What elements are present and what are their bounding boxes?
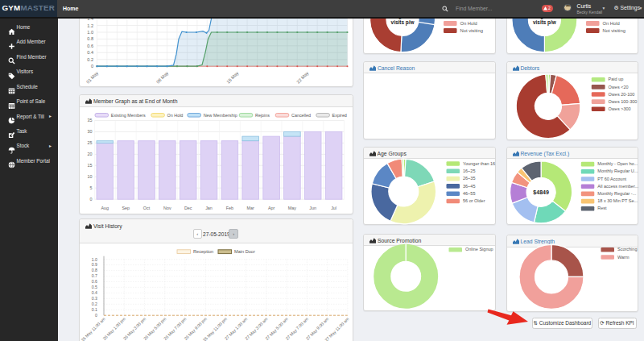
svg-text:On Hold: On Hold (167, 113, 184, 118)
svg-text:Sep: Sep (122, 206, 130, 210)
svg-text:visits p/w: visits p/w (391, 19, 415, 26)
svg-text:On Hold: On Hold (603, 21, 620, 26)
svg-text:22 May: 22 May (295, 70, 309, 84)
svg-text:Owes <20: Owes <20 (609, 85, 629, 89)
svg-text:0: 0 (95, 313, 97, 318)
svg-text:Not visiting: Not visiting (460, 28, 483, 33)
svg-text:$4849: $4849 (533, 189, 549, 196)
svg-text:New Membership: New Membership (204, 113, 237, 118)
svg-text:36~45: 36~45 (463, 184, 475, 189)
svg-text:16~25: 16~25 (463, 168, 475, 173)
svg-text:0.9: 0.9 (92, 262, 97, 267)
svg-text:May: May (288, 206, 296, 210)
svg-text:Monthly - Open ho...: Monthly - Open ho... (597, 161, 638, 166)
svg-text:Jul: Jul (331, 206, 336, 210)
svg-text:0.2: 0.2 (92, 301, 97, 306)
svg-text:Younger than 16: Younger than 16 (463, 161, 495, 166)
svg-text:25: 25 (87, 140, 92, 145)
svg-text:0.3: 0.3 (92, 296, 97, 301)
svg-text:Oct: Oct (143, 206, 151, 210)
svg-text:Rest: Rest (597, 206, 607, 210)
svg-text:Rejoins: Rejoins (255, 113, 270, 118)
svg-text:Feb: Feb (226, 206, 233, 210)
svg-text:Paid up: Paid up (609, 77, 624, 81)
svg-text:0.1: 0.1 (92, 307, 97, 312)
svg-text:Dec: Dec (184, 206, 192, 210)
svg-text:0.6: 0.6 (92, 279, 97, 284)
svg-text:46~55: 46~55 (463, 191, 475, 196)
svg-text:01 May: 01 May (85, 70, 99, 84)
svg-text:20: 20 (87, 152, 92, 156)
svg-text:Mar: Mar (247, 206, 254, 210)
svg-text:Monthly Regular U...: Monthly Regular U... (597, 168, 638, 173)
svg-text:visits p/w: visits p/w (533, 19, 556, 26)
svg-text:Expired: Expired (332, 113, 347, 118)
svg-text:1.0: 1.0 (87, 30, 93, 35)
svg-text:Not visiting: Not visiting (603, 28, 625, 33)
svg-text:56 or Older: 56 or Older (463, 198, 485, 203)
svg-text:0.8: 0.8 (92, 268, 97, 272)
svg-text:Existing Members: Existing Members (111, 113, 146, 118)
svg-text:0.5: 0.5 (92, 285, 97, 289)
svg-text:Aug: Aug (101, 206, 109, 210)
svg-text:15 May: 15 May (225, 70, 239, 84)
svg-text:0: 0 (91, 64, 93, 69)
svg-text:1.0: 1.0 (92, 257, 97, 262)
svg-text:35: 35 (87, 118, 92, 123)
svg-text:Nov: Nov (163, 206, 171, 210)
svg-text:Apr: Apr (268, 206, 275, 210)
svg-text:Jan: Jan (205, 206, 213, 210)
svg-text:Online Signup: Online Signup (465, 247, 493, 252)
svg-text:Reception: Reception (193, 249, 213, 254)
svg-text:Cancelled: Cancelled (291, 113, 311, 118)
svg-text:18 x 30 Min PT Se...: 18 x 30 Min PT Se... (597, 198, 638, 203)
svg-text:5: 5 (89, 185, 92, 190)
svg-text:0: 0 (89, 197, 92, 202)
svg-text:Owes >300: Owes >300 (609, 106, 631, 111)
svg-text:Warm: Warm (617, 255, 630, 260)
svg-text:0.8: 0.8 (87, 36, 93, 41)
svg-text:PT 60 Account: PT 60 Account (597, 177, 626, 181)
svg-text:Scorching: Scorching (617, 247, 637, 252)
svg-text:0.6: 0.6 (87, 44, 93, 48)
svg-text:0.2: 0.2 (87, 57, 93, 62)
svg-text:15: 15 (87, 163, 92, 168)
svg-text:1.2: 1.2 (87, 23, 93, 28)
svg-text:Owes 100-300: Owes 100-300 (609, 99, 638, 104)
svg-text:Main Door: Main Door (234, 249, 255, 254)
svg-text:26~35: 26~35 (463, 176, 475, 181)
svg-text:Jun: Jun (309, 206, 316, 210)
svg-text:On Hold: On Hold (460, 21, 477, 26)
svg-text:0.7: 0.7 (92, 273, 97, 278)
svg-text:Owes 20-100: Owes 20-100 (609, 92, 635, 97)
svg-text:30: 30 (87, 129, 92, 134)
svg-text:Monthly Regular -...: Monthly Regular -... (597, 191, 636, 196)
svg-text:0.4: 0.4 (87, 50, 93, 55)
svg-text:08 May: 08 May (155, 70, 169, 84)
svg-text:10: 10 (87, 174, 92, 179)
svg-text:0.4: 0.4 (92, 290, 97, 295)
svg-text:All access member...: All access member... (597, 184, 638, 189)
